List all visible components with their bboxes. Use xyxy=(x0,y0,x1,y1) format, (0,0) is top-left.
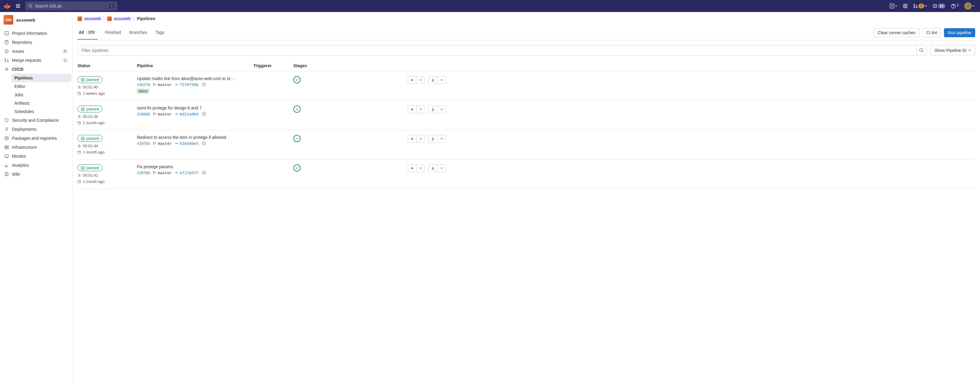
gear-icon[interactable] xyxy=(202,82,206,87)
play-button[interactable] xyxy=(408,106,417,113)
filter-search-button[interactable] xyxy=(916,46,926,55)
status-badge[interactable]: passed xyxy=(78,76,102,83)
gear-icon[interactable] xyxy=(202,170,206,175)
breadcrumb-project[interactable]: assoweb xyxy=(114,16,130,21)
sidebar-subitem-editor[interactable]: Editor xyxy=(11,82,71,90)
play-dropdown[interactable] xyxy=(417,76,425,84)
sidebar-item-issues[interactable]: Issues0 xyxy=(1,47,71,56)
commit-link[interactable]: ef17b077 xyxy=(175,171,199,175)
svg-point-13 xyxy=(6,51,7,52)
commit-link[interactable]: 7570f50b xyxy=(175,82,199,87)
filter-input[interactable] xyxy=(78,46,916,55)
sidebar-subitem-jobs[interactable]: Jobs xyxy=(11,90,71,99)
play-button[interactable] xyxy=(408,164,417,172)
sidebar-item-deployments[interactable]: Deployments xyxy=(1,125,71,134)
issues-shortcut[interactable] xyxy=(901,2,910,10)
download-button[interactable] xyxy=(428,135,438,143)
sidebar-item-wiki[interactable]: Wiki xyxy=(1,170,71,179)
play-dropdown[interactable] xyxy=(417,135,425,143)
status-badge[interactable]: passed xyxy=(78,164,102,171)
svg-rect-24 xyxy=(78,92,81,95)
sidebar-item-infrastructure[interactable]: Infrastructure xyxy=(1,143,71,152)
sidebar-item-packages-and-registries[interactable]: Packages and registries xyxy=(1,134,71,143)
branch-link[interactable]: master xyxy=(153,82,172,87)
hamburger-menu-button[interactable] xyxy=(13,1,23,11)
play-dropdown[interactable] xyxy=(417,164,425,172)
download-button[interactable] xyxy=(428,76,438,84)
help-menu[interactable] xyxy=(949,2,961,10)
sidebar-item-project-information[interactable]: Project information xyxy=(1,29,71,38)
branch-link[interactable]: master xyxy=(153,112,172,116)
svg-point-36 xyxy=(176,113,177,114)
commit-icon xyxy=(175,141,178,145)
pipeline-id-link[interactable]: #29793 xyxy=(137,141,150,146)
stage-status[interactable] xyxy=(293,106,301,113)
status-badge[interactable]: passed xyxy=(78,106,102,112)
tab-tags[interactable]: Tags xyxy=(154,26,166,40)
sidebar-item-analytics[interactable]: Analytics xyxy=(1,161,71,170)
pipeline-id-link[interactable]: #29906 xyxy=(137,112,150,116)
search-input[interactable] xyxy=(35,3,107,8)
sidebar-subitem-artifacts[interactable]: Artifacts xyxy=(11,99,71,107)
gear-icon[interactable] xyxy=(202,141,206,146)
global-search[interactable]: / xyxy=(25,2,118,11)
gitlab-logo-icon[interactable] xyxy=(3,2,11,10)
user-menu[interactable] xyxy=(963,1,977,11)
sidebar-item-repository[interactable]: Repository xyxy=(1,38,71,47)
pipeline-id-link[interactable]: #30279 xyxy=(137,82,150,87)
sidebar-item-monitor[interactable]: Monitor xyxy=(1,152,71,161)
play-icon xyxy=(410,78,414,82)
stage-status[interactable] xyxy=(293,164,301,171)
svg-rect-2 xyxy=(904,4,907,8)
commit-link[interactable]: 8d21a8b9 xyxy=(175,112,199,116)
branch-link[interactable]: master xyxy=(153,171,172,175)
run-pipeline-button[interactable]: Run pipeline xyxy=(944,28,975,37)
sidebar-item-security-and-compliance[interactable]: Security and Compliance xyxy=(1,116,71,125)
sidebar-item-merge-requests[interactable]: Merge requests1 xyxy=(1,56,71,65)
count-badge: 0 xyxy=(62,49,68,53)
download-dropdown[interactable] xyxy=(438,76,445,84)
gear-icon[interactable] xyxy=(202,111,206,116)
help-icon xyxy=(951,3,956,9)
ci-lint-button[interactable]: CI lint xyxy=(922,28,941,37)
status-badge[interactable]: passed xyxy=(78,135,102,142)
pipeline-id-link[interactable]: #29780 xyxy=(137,171,150,175)
breadcrumb-project-avatar xyxy=(107,16,112,21)
play-button[interactable] xyxy=(408,76,417,84)
tab-finished[interactable]: Finished xyxy=(104,26,122,40)
commit-link[interactable]: 639a98e5 xyxy=(175,141,199,146)
pipeline-row: passed 00:01:38 1 month ago semi-fix pro… xyxy=(78,101,975,130)
play-button[interactable] xyxy=(408,135,417,143)
download-button[interactable] xyxy=(428,164,438,172)
download-button[interactable] xyxy=(428,106,438,113)
tab-branches[interactable]: Branches xyxy=(128,26,148,40)
check-icon xyxy=(295,166,299,170)
monitor-icon xyxy=(4,154,9,158)
svg-point-52 xyxy=(176,172,177,173)
stage-status[interactable] xyxy=(293,76,301,83)
download-dropdown[interactable] xyxy=(438,135,445,143)
sidebar-subitem-pipelines[interactable]: Pipelines xyxy=(11,74,71,82)
chevron-down-icon xyxy=(895,5,897,7)
sidebar-item-ci-cd[interactable]: CI/CD xyxy=(1,65,71,74)
tab-all[interactable]: All379 xyxy=(78,26,98,40)
stage-status[interactable] xyxy=(293,135,301,142)
shield-icon xyxy=(4,118,9,123)
project-header[interactable]: AW assoweb xyxy=(0,12,72,28)
download-dropdown[interactable] xyxy=(438,106,445,113)
show-pipeline-id-dropdown[interactable]: Show Pipeline ID xyxy=(931,45,975,55)
branch-link[interactable]: master xyxy=(153,141,172,146)
duration: 00:01:41 xyxy=(78,173,135,177)
pipeline-tabs: All379FinishedBranchesTags xyxy=(78,26,166,40)
todos-shortcut[interactable]: 11 xyxy=(931,2,947,10)
filter-pipelines[interactable] xyxy=(78,45,926,55)
status-text: passed xyxy=(86,78,99,82)
sidebar-subitem-schedules[interactable]: Schedules xyxy=(11,107,71,116)
play-dropdown[interactable] xyxy=(417,106,425,113)
create-menu[interactable] xyxy=(888,2,899,10)
svg-point-9 xyxy=(953,7,954,8)
clear-runner-caches-button[interactable]: Clear runner caches xyxy=(874,28,920,37)
breadcrumb-group[interactable]: assoweb xyxy=(84,16,101,21)
download-dropdown[interactable] xyxy=(438,164,445,172)
merge-requests-shortcut[interactable]: 1 xyxy=(911,2,929,10)
